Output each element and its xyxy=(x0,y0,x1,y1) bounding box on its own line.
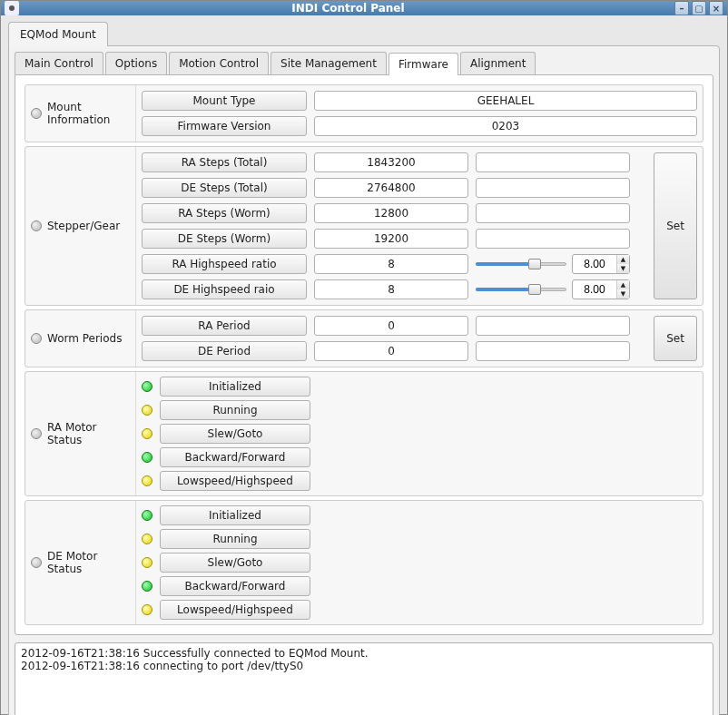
field-value: 19200 xyxy=(314,229,468,249)
group-title: Stepper/Gear xyxy=(47,220,120,232)
status-label: Slew/Goto xyxy=(160,424,310,444)
svg-point-0 xyxy=(9,5,15,11)
group-worm-periods: Worm Periods RA Period 0 DE Period 0 xyxy=(25,309,703,367)
group-de-motor-status: DE Motor Status Initialized Running Slew… xyxy=(25,500,703,625)
status-label: Lowspeed/Highspeed xyxy=(160,471,310,491)
de-highspeed-spin[interactable]: ▲▼ xyxy=(572,279,630,299)
stepper-set-button[interactable]: Set xyxy=(654,152,697,299)
tab-site-management[interactable]: Site Management xyxy=(271,52,387,74)
field-label: DE Steps (Total) xyxy=(142,178,307,198)
app-icon xyxy=(5,1,19,15)
field-label: DE Highspeed raio xyxy=(142,279,307,299)
minimize-button[interactable]: – xyxy=(674,1,689,15)
field-input[interactable] xyxy=(476,341,630,361)
spin-down-icon[interactable]: ▼ xyxy=(617,289,629,299)
firmware-version-value: 0203 xyxy=(314,116,697,136)
status-label: Lowspeed/Highspeed xyxy=(160,600,310,620)
tab-firmware[interactable]: Firmware xyxy=(389,53,458,75)
field-label: RA Steps (Total) xyxy=(142,152,307,172)
field-value: 8 xyxy=(314,279,468,299)
led-icon xyxy=(142,534,152,544)
led-icon xyxy=(142,510,152,521)
tab-motion-control[interactable]: Motion Control xyxy=(169,52,269,74)
window-title: INDI Control Panel xyxy=(25,2,672,15)
status-led-icon xyxy=(31,557,42,568)
client-area: EQMod Mount Main Control Options Motion … xyxy=(1,15,727,715)
log-line: 2012-09-16T21:38:16 Successfully connect… xyxy=(21,647,369,660)
status-led-icon xyxy=(31,220,42,231)
group-mount-information: Mount Information Mount Type GEEHALEL Fi… xyxy=(25,84,703,142)
tab-options[interactable]: Options xyxy=(105,52,167,74)
field-label: RA Highspeed ratio xyxy=(142,254,307,274)
status-led-icon xyxy=(31,108,42,119)
spin-up-icon[interactable]: ▲ xyxy=(617,255,629,264)
status-label: Running xyxy=(160,529,310,549)
titlebar: INDI Control Panel – ▢ × xyxy=(1,1,727,15)
spin-up-icon[interactable]: ▲ xyxy=(617,280,629,289)
firmware-panel: Mount Information Mount Type GEEHALEL Fi… xyxy=(15,74,713,635)
field-value: 2764800 xyxy=(314,178,468,198)
field-value: 0 xyxy=(314,316,468,336)
group-title: RA Motor Status xyxy=(47,421,130,446)
status-label: Backward/Forward xyxy=(160,447,310,467)
status-label: Backward/Forward xyxy=(160,576,310,596)
status-label: Running xyxy=(160,400,310,420)
group-title: Worm Periods xyxy=(47,332,122,345)
field-input[interactable] xyxy=(476,229,630,249)
led-icon xyxy=(142,557,152,568)
group-ra-motor-status: RA Motor Status Initialized Running Slew… xyxy=(25,371,703,496)
ra-highspeed-slider[interactable] xyxy=(476,259,566,269)
field-label: DE Period xyxy=(142,341,307,361)
de-highspeed-slider[interactable] xyxy=(476,284,566,295)
field-label: RA Steps (Worm) xyxy=(142,203,307,223)
mount-type-label: Mount Type xyxy=(142,91,307,111)
device-tabset: EQMod Mount xyxy=(8,21,720,45)
led-icon xyxy=(142,581,152,592)
led-icon xyxy=(142,452,152,463)
tab-main-control[interactable]: Main Control xyxy=(15,52,103,74)
status-led-icon xyxy=(31,428,42,439)
mount-type-value: GEEHALEL xyxy=(314,91,697,111)
log-console[interactable]: 2012-09-16T21:38:16 Successfully connect… xyxy=(15,642,713,715)
field-value: 0 xyxy=(314,341,468,361)
status-label: Slew/Goto xyxy=(160,553,310,573)
field-input[interactable] xyxy=(476,203,630,223)
led-icon xyxy=(142,428,152,439)
main-window: INDI Control Panel – ▢ × EQMod Mount Mai… xyxy=(0,0,728,715)
field-label: RA Period xyxy=(142,316,307,336)
field-input[interactable] xyxy=(476,316,630,336)
field-value: 8 xyxy=(314,254,468,274)
status-label: Initialized xyxy=(160,377,310,397)
spin-value[interactable] xyxy=(573,280,616,299)
maximize-button[interactable]: ▢ xyxy=(692,1,706,15)
status-led-icon xyxy=(31,333,42,344)
led-icon xyxy=(142,604,152,615)
field-label: DE Steps (Worm) xyxy=(142,229,307,249)
led-icon xyxy=(142,405,152,416)
field-input[interactable] xyxy=(476,152,630,172)
device-panel: Main Control Options Motion Control Site… xyxy=(8,45,720,715)
led-icon xyxy=(142,381,152,392)
spin-down-icon[interactable]: ▼ xyxy=(617,264,629,273)
field-value: 1843200 xyxy=(314,152,468,172)
tab-alignment[interactable]: Alignment xyxy=(460,52,536,74)
spin-value[interactable] xyxy=(573,255,616,273)
firmware-version-label: Firmware Version xyxy=(142,116,307,136)
section-tabset: Main Control Options Motion Control Site… xyxy=(15,52,713,74)
status-label: Initialized xyxy=(160,505,310,525)
field-value: 12800 xyxy=(314,203,468,223)
log-line: 2012-09-16T21:38:16 connecting to port /… xyxy=(21,660,303,672)
led-icon xyxy=(142,475,152,486)
worm-set-button[interactable]: Set xyxy=(654,316,697,361)
field-input[interactable] xyxy=(476,178,630,198)
group-title: DE Motor Status xyxy=(47,550,130,575)
tab-eqmod-mount[interactable]: EQMod Mount xyxy=(8,22,108,46)
group-stepper-gear: Stepper/Gear RA Steps (Total) 1843200 DE… xyxy=(25,146,703,306)
close-window-button[interactable]: × xyxy=(709,1,723,15)
group-title: Mount Information xyxy=(47,101,130,126)
ra-highspeed-spin[interactable]: ▲▼ xyxy=(572,254,630,274)
